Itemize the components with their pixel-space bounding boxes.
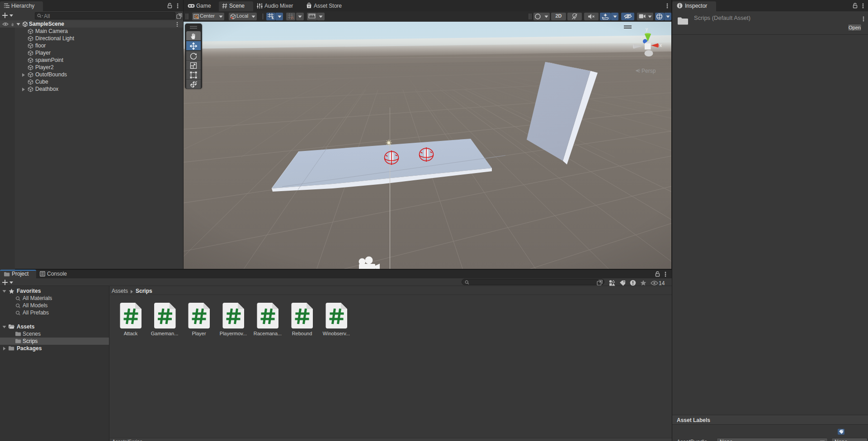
svg-text:x: x (660, 43, 662, 48)
svg-text:y: y (646, 27, 648, 32)
svg-text:Persp: Persp (642, 68, 656, 74)
svg-text:z: z (641, 36, 642, 39)
